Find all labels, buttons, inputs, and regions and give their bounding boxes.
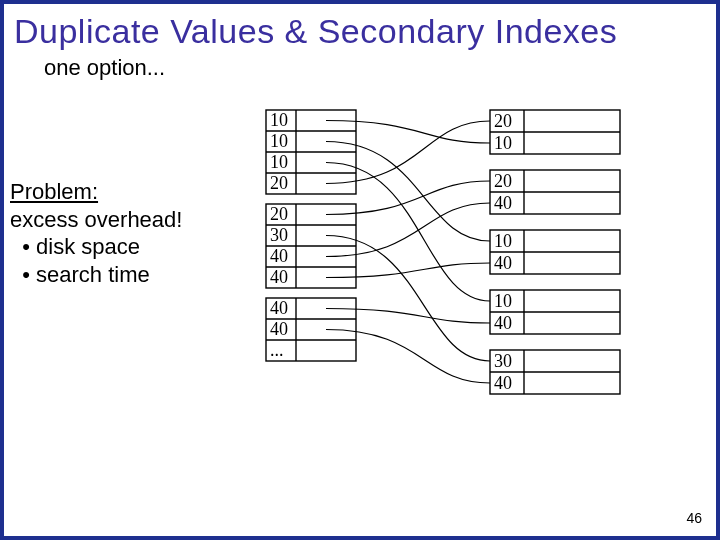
data-value: 20 — [494, 111, 512, 131]
index-value: 40 — [270, 319, 288, 339]
data-value: 40 — [494, 193, 512, 213]
index-value: 30 — [270, 225, 288, 245]
pointer-link — [326, 142, 490, 242]
data-value: 40 — [494, 373, 512, 393]
pointer-link — [326, 263, 490, 278]
index-value: 10 — [270, 131, 288, 151]
pointer-link — [326, 181, 490, 215]
data-value: 10 — [494, 133, 512, 153]
diagram: 10101020203040404040...20102040104010403… — [4, 4, 720, 540]
pointer-link — [326, 203, 490, 257]
index-value: 40 — [270, 298, 288, 318]
index-value: 10 — [270, 152, 288, 172]
data-value: 40 — [494, 253, 512, 273]
data-value: 20 — [494, 171, 512, 191]
index-value: 20 — [270, 173, 288, 193]
pointer-link — [326, 309, 490, 324]
index-value: ... — [270, 340, 284, 360]
index-value: 20 — [270, 204, 288, 224]
data-value: 10 — [494, 231, 512, 251]
pointer-link — [326, 330, 490, 384]
index-value: 10 — [270, 110, 288, 130]
index-value: 40 — [270, 267, 288, 287]
data-value: 30 — [494, 351, 512, 371]
index-value: 40 — [270, 246, 288, 266]
data-value: 40 — [494, 313, 512, 333]
data-value: 10 — [494, 291, 512, 311]
